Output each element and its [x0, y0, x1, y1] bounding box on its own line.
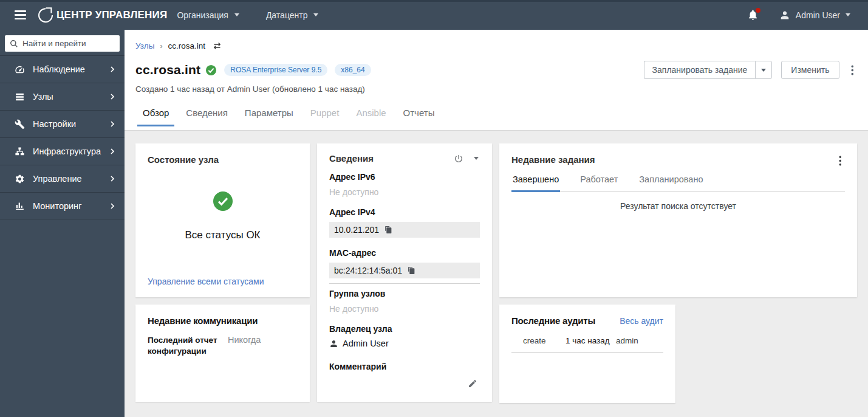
- sidebar-item-monitor[interactable]: Наблюдение: [0, 55, 125, 83]
- search-input[interactable]: [22, 39, 108, 48]
- search-icon: [10, 40, 18, 48]
- jobs-tabs: Завершено Работает Запланировано: [511, 174, 845, 192]
- power-icon[interactable]: [454, 154, 463, 164]
- recent-communication-card: Недавние коммуникации Последний отчет ко…: [135, 305, 310, 402]
- breadcrumb: Узлы › cc.rosa.int: [135, 41, 857, 50]
- tab-overview[interactable]: Обзор: [137, 108, 174, 126]
- kebab-icon: [839, 156, 842, 166]
- kebab-menu-button[interactable]: [847, 63, 858, 78]
- sidebar-item-label: Управление: [33, 174, 82, 184]
- audit-time: 1 час назад: [566, 336, 616, 345]
- schedule-job-caret-button[interactable]: [755, 61, 772, 79]
- jobs-tab-finished[interactable]: Завершено: [511, 174, 560, 191]
- jobs-kebab-button[interactable]: [835, 153, 846, 168]
- host-tabs: Обзор Сведения Параметры Puppet Ansible …: [137, 108, 857, 126]
- organization-menu[interactable]: Организация: [177, 10, 239, 20]
- rosa-logo-icon: [36, 5, 55, 25]
- sidebar-item-settings[interactable]: Настройки: [0, 110, 125, 137]
- tab-details[interactable]: Сведения: [180, 108, 233, 126]
- tab-parameters[interactable]: Параметры: [239, 108, 299, 126]
- topbar-right: Admin User: [747, 9, 850, 21]
- sidebar-item-administer[interactable]: Управление: [0, 165, 125, 192]
- field-label: Адрес IPv4: [329, 207, 480, 217]
- datacenter-menu-label: Датацентр: [266, 10, 308, 20]
- all-audits-link[interactable]: Весь аудит: [620, 316, 663, 326]
- wrench-icon: [15, 119, 25, 129]
- copy-icon[interactable]: [384, 226, 392, 234]
- field-value: Не доступно: [329, 304, 480, 314]
- notification-badge: [756, 8, 760, 13]
- breadcrumb-hosts-link[interactable]: Узлы: [135, 41, 154, 50]
- chevron-right-icon: [109, 148, 116, 155]
- jobs-tab-running[interactable]: Работает: [579, 174, 619, 191]
- recent-audits-card: Последние аудиты Весь аудит create 1 час…: [499, 305, 675, 403]
- field-comment: Комментарий: [329, 362, 480, 371]
- recent-jobs-card: Недавние задания Завершено Работает Запл…: [499, 143, 857, 297]
- title-row: cc.rosa.int ROSA Enterprise Server 9.5 x…: [135, 61, 857, 79]
- field-value: 10.0.21.201: [334, 225, 379, 235]
- owner-value: Admin User: [343, 339, 389, 348]
- field-label: Адрес IPv6: [329, 172, 480, 182]
- field-label: Группа узлов: [329, 289, 480, 298]
- field-hostgroup: Группа узлов Не доступно: [329, 289, 480, 314]
- user-menu[interactable]: Admin User: [779, 10, 850, 21]
- jobs-empty-message: Результат поиска отсутствует: [511, 201, 845, 211]
- user-name: Admin User: [796, 10, 840, 20]
- edit-comment-button[interactable]: [468, 379, 477, 388]
- host-status-card: Состояние узла Все статусы ОК Управление…: [135, 143, 310, 297]
- card-title: Последние аудиты: [511, 315, 595, 326]
- sitemap-icon: [15, 146, 25, 157]
- chevron-down-icon[interactable]: [474, 157, 479, 160]
- chevron-down-icon: [234, 13, 239, 16]
- chevron-right-icon: [109, 120, 116, 128]
- audit-row[interactable]: create 1 час назад admin: [511, 336, 663, 353]
- sidebar-item-infrastructure[interactable]: Инфраструктура: [0, 137, 125, 165]
- host-created-subtitle: Создано 1 час назад от Admin User (обнов…: [135, 84, 857, 94]
- top-bar: ЦЕНТР УПРАВЛЕНИЯ Организация Датацентр A…: [0, 0, 868, 30]
- status-text: Все статусы ОК: [185, 229, 260, 241]
- menu-toggle-button[interactable]: [15, 10, 26, 19]
- header-actions: Запланировать задание Изменить: [644, 61, 857, 79]
- page-title: cc.rosa.int: [135, 63, 200, 77]
- arch-badge: x86_64: [335, 64, 371, 76]
- pencil-icon: [468, 379, 477, 388]
- sidebar-item-monitoring[interactable]: Мониторинг: [0, 192, 125, 219]
- audit-action: create: [523, 336, 566, 345]
- datacenter-menu[interactable]: Датацентр: [266, 10, 319, 20]
- field-mac: MAC-адрес bc:24:12:14:5a:01: [329, 248, 480, 278]
- field-owner: Владелец узла Admin User: [329, 324, 480, 348]
- mac-copy-box: bc:24:12:14:5a:01: [329, 263, 480, 278]
- edit-button[interactable]: Изменить: [781, 61, 839, 79]
- manage-statuses-link[interactable]: Управление всеми статусами: [148, 277, 298, 286]
- jobs-tab-scheduled[interactable]: Запланировано: [638, 174, 704, 191]
- sidebar-item-hosts[interactable]: Узлы: [0, 83, 125, 110]
- tab-ansible[interactable]: Ansible: [350, 108, 391, 126]
- chevron-right-icon: [109, 93, 116, 100]
- card-title: Сведения: [329, 153, 374, 164]
- schedule-job-split-button: Запланировать задание: [644, 61, 773, 79]
- chevron-right-icon: [109, 175, 116, 182]
- field-label: Владелец узла: [329, 324, 480, 334]
- divider: [329, 283, 480, 284]
- field-value: Не доступно: [329, 187, 480, 197]
- field-label: MAC-адрес: [329, 248, 480, 258]
- server-icon: [15, 92, 25, 102]
- notifications-button[interactable]: [747, 9, 759, 21]
- switch-host-icon[interactable]: [213, 41, 222, 50]
- field-value: bc:24:12:14:5a:01: [334, 266, 402, 275]
- audit-user: admin: [616, 336, 663, 345]
- sidebar-item-label: Инфраструктура: [33, 146, 101, 156]
- tab-reports[interactable]: Отчеты: [398, 108, 440, 126]
- gear-icon: [15, 174, 25, 184]
- chevron-down-icon: [313, 13, 318, 16]
- copy-icon[interactable]: [408, 266, 415, 275]
- field-ipv4: Адрес IPv4 10.0.21.201: [329, 207, 480, 238]
- card-title: Недавние задания: [511, 154, 595, 165]
- schedule-job-button[interactable]: Запланировать задание: [644, 61, 756, 79]
- sidebar-item-label: Настройки: [33, 119, 76, 129]
- sidebar-search: [5, 35, 120, 52]
- sidebar-nav: Наблюдение Узлы Настройки Инфраструктура…: [0, 55, 125, 219]
- brand-title: ЦЕНТР УПРАВЛЕНИЯ: [56, 9, 167, 21]
- tab-puppet[interactable]: Puppet: [305, 108, 345, 126]
- card-title: Недавние коммуникации: [148, 315, 298, 326]
